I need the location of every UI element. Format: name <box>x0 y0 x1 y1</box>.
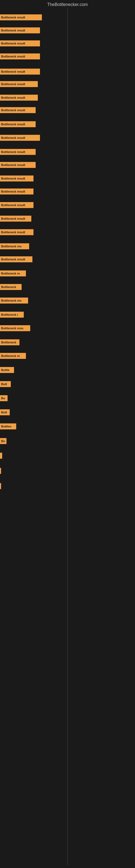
bar-label: Bott <box>1 382 7 386</box>
bar-label: Bott <box>1 411 7 414</box>
bottleneck-bar: Bottleneck r <box>0 312 24 318</box>
bottleneck-bar: Bott <box>0 409 10 415</box>
bottleneck-bar: Bottleneck result <box>0 27 40 33</box>
bottleneck-bar: Bott <box>0 381 11 387</box>
bottleneck-bar: Bottleneck <box>0 339 19 345</box>
bottleneck-bar: Bottleneck result <box>0 40 40 46</box>
bottleneck-bar: Bottleneck result <box>0 95 38 101</box>
bottleneck-bar: Bottleneck result <box>0 216 31 222</box>
bottleneck-bar: Bottleneck result <box>0 188 34 194</box>
bar-row: Bottleneck res <box>0 297 135 304</box>
bar-row <box>0 467 135 475</box>
bar-row: Bottleneck resu <box>0 324 135 332</box>
bottleneck-bar: Bottleneck result <box>0 121 36 127</box>
bar-row: Bottleneck result <box>0 201 135 209</box>
bar-row: Bott <box>0 380 135 388</box>
bar-row: Bottleneck result <box>0 80 135 88</box>
bottleneck-bar: Bottleneck result <box>0 135 40 141</box>
bar-row: Bottleneck <box>0 339 135 346</box>
bottleneck-bar: Bottleneck result <box>0 202 34 208</box>
bar-row: Bottleneck r <box>0 311 135 318</box>
bottleneck-bar: Bottle <box>0 367 14 373</box>
bottleneck-bar: Bottleneck result <box>0 69 40 74</box>
bottleneck-bar: Bottleneck result <box>0 14 42 20</box>
site-title: TheBottlenecker.com <box>0 0 135 8</box>
bottleneck-bar <box>0 453 2 459</box>
bar-label: Bottleneck result <box>1 42 25 45</box>
bar-row: Bottleneck result <box>0 188 135 195</box>
bar-label: Bottleneck result <box>1 204 25 207</box>
bar-row: Bottleneck result <box>0 27 135 34</box>
bar-label: Bottleneck re <box>1 354 20 358</box>
bottleneck-bar <box>0 483 1 489</box>
bar-row: Bottleneck result <box>0 53 135 60</box>
bar-label: Bottleneck result <box>1 96 25 99</box>
bar-label: Bottleneck result <box>1 150 25 154</box>
bar-label: Bottleneck result <box>1 136 25 140</box>
bar-row: Bott <box>0 408 135 416</box>
bottleneck-bar: Bo <box>0 395 8 401</box>
bar-label: Bottleneck re <box>1 272 20 275</box>
bar-label: Bottleneck res <box>1 299 21 302</box>
bar-label: Bottlen <box>1 425 11 428</box>
bar-label: Bottleneck result <box>1 55 25 58</box>
bar-row: Bottleneck result <box>0 120 135 128</box>
bar-label: Bottleneck result <box>1 123 25 126</box>
bar-label: Bottleneck result <box>1 177 25 180</box>
bar-label: Bottleneck <box>1 285 16 289</box>
bar-label: Bottleneck res <box>1 245 21 248</box>
bottleneck-bar: Bottleneck res <box>0 298 28 304</box>
bar-row <box>0 452 135 460</box>
bottleneck-bar: Bottleneck result <box>0 256 32 262</box>
bar-row: Bottleneck result <box>0 255 135 263</box>
bar-label: Bottleneck result <box>1 163 25 166</box>
bar-label: Bottle <box>1 368 9 372</box>
bar-row: Bottlen <box>0 423 135 430</box>
bottleneck-bar: Bottleneck result <box>0 81 38 87</box>
bar-row: Bo <box>0 437 135 445</box>
bar-label: Bottleneck result <box>1 230 25 234</box>
bar-row: Bottleneck result <box>0 106 135 114</box>
bar-row: Bottleneck re <box>0 270 135 277</box>
chart-area: Bottleneck resultBottleneck resultBottle… <box>0 8 135 865</box>
bottleneck-bar: Bo <box>0 438 6 444</box>
bar-row: Bottleneck result <box>0 148 135 156</box>
bottleneck-bar: Bottleneck result <box>0 107 36 113</box>
bar-row: Bottleneck result <box>0 228 135 236</box>
bar-label: Bottleneck resu <box>1 327 24 330</box>
bottleneck-bar: Bottleneck result <box>0 162 36 168</box>
bar-label: Bo <box>1 439 5 443</box>
bar-row: Bottleneck <box>0 283 135 291</box>
bar-label: Bottleneck result <box>1 16 25 19</box>
bottleneck-bar: Bottleneck re <box>0 271 26 276</box>
bar-row: Bottleneck result <box>0 175 135 182</box>
bar-row: Bottleneck result <box>0 40 135 47</box>
bar-row: Bottle <box>0 366 135 374</box>
bottleneck-bar: Bottleneck result <box>0 176 34 182</box>
bar-label: Bottleneck result <box>1 190 25 193</box>
bar-label: Bottleneck result <box>1 70 25 73</box>
bar-row: Bottleneck result <box>0 68 135 75</box>
bar-row: Bottleneck result <box>0 134 135 142</box>
bar-row: Bottleneck result <box>0 215 135 222</box>
bottleneck-bar: Bottleneck res <box>0 243 29 249</box>
bar-label: Bo <box>1 397 5 400</box>
bar-label: Bottleneck result <box>1 217 25 220</box>
bottleneck-bar: Bottleneck result <box>0 149 36 155</box>
bar-label: Bottleneck result <box>1 83 25 86</box>
bar-label: Bottleneck r <box>1 313 18 316</box>
bar-label: Bottleneck <box>1 341 16 344</box>
bottleneck-bar: Bottleneck result <box>0 229 34 235</box>
bar-label: Bottleneck result <box>1 29 25 32</box>
bottleneck-bar <box>0 468 1 474</box>
bottleneck-bar: Bottleneck result <box>0 54 40 59</box>
bottleneck-bar: Bottleneck re <box>0 353 26 359</box>
bottleneck-bar: Bottleneck resu <box>0 325 30 331</box>
bar-row: Bottleneck re <box>0 352 135 360</box>
bar-row: Bottleneck result <box>0 94 135 101</box>
bar-row: Bottleneck res <box>0 243 135 250</box>
bar-row: Bo <box>0 394 135 402</box>
bar-row: Bottleneck result <box>0 13 135 21</box>
bar-row <box>0 482 135 490</box>
bottleneck-bar: Bottleneck <box>0 284 21 290</box>
